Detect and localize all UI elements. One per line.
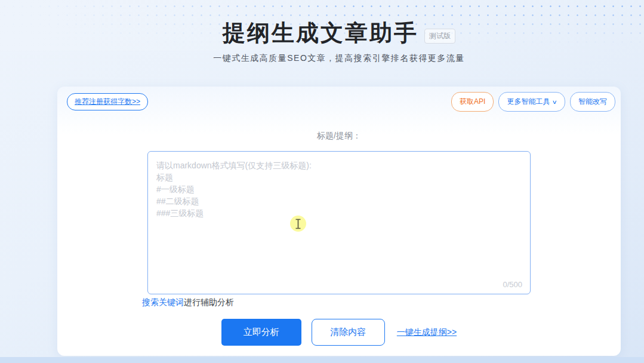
page-title: 提纲生成文章助手 [223, 20, 418, 47]
outline-input-wrap: 0/500 [147, 151, 531, 294]
toolbar-buttons: 获取API 更多智能工具 ∨ 智能改写 [451, 92, 615, 112]
outline-label: 标题/提纲： [57, 131, 621, 141]
generate-outline-link[interactable]: 一键生成提纲>> [397, 327, 457, 338]
more-tools-label: 更多智能工具 [507, 97, 550, 107]
outline-card: 推荐注册获得字数>> 获取API 更多智能工具 ∨ 智能改写 标题/提纲： 0/… [57, 87, 621, 356]
smart-rewrite-button[interactable]: 智能改写 [570, 92, 615, 112]
card-toolbar: 推荐注册获得字数>> 获取API 更多智能工具 ∨ 智能改写 [57, 87, 621, 112]
register-promo-link[interactable]: 推荐注册获得字数>> [67, 93, 148, 110]
page-header: 提纲生成文章助手 测试版 一键式生成高质量SEO文章，提高搜索引擎排名获得更多流… [57, 20, 621, 64]
search-keyword-link[interactable]: 搜索关键词 [142, 297, 184, 307]
page-subtitle: 一键式生成高质量SEO文章，提高搜索引擎排名获得更多流量 [57, 53, 621, 64]
get-api-button[interactable]: 获取API [451, 92, 494, 112]
outline-textarea[interactable] [147, 151, 531, 294]
more-tools-button[interactable]: 更多智能工具 ∨ [498, 92, 565, 112]
version-badge: 测试版 [424, 29, 455, 44]
bottom-strip [0, 357, 644, 363]
chevron-down-icon: ∨ [552, 99, 557, 105]
helper-rest-text: 进行辅助分析 [184, 297, 234, 307]
char-counter: 0/500 [500, 280, 522, 289]
action-row: 立即分析 清除内容 一键生成提纲>> [57, 319, 621, 346]
helper-text: 搜索关键词进行辅助分析 [142, 297, 621, 307]
analyze-button[interactable]: 立即分析 [221, 319, 301, 346]
clear-content-button[interactable]: 清除内容 [312, 319, 385, 346]
